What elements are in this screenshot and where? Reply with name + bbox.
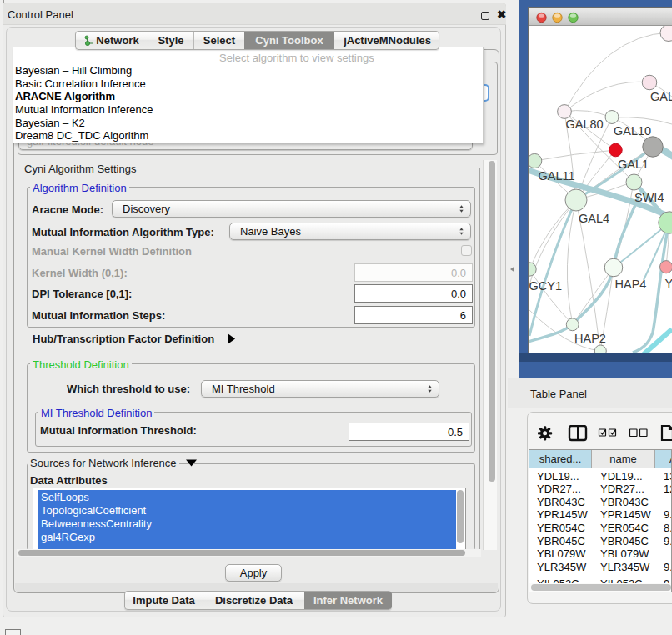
svg-text:GAL11: GAL11 [539,169,575,182]
svg-text:GAL4: GAL4 [579,212,609,225]
svg-text:HAP4: HAP4 [615,278,647,291]
svg-text:GAL7: GAL7 [650,90,672,103]
svg-text:GAL10: GAL10 [614,124,651,138]
svg-text:GAL80: GAL80 [566,118,604,131]
svg-text:GCY1: GCY1 [529,279,563,292]
svg-text:HAP2: HAP2 [574,332,606,345]
svg-text:GAL1: GAL1 [618,158,649,171]
svg-text:SWI4: SWI4 [634,191,664,204]
svg-text:Y: Y [665,277,672,290]
